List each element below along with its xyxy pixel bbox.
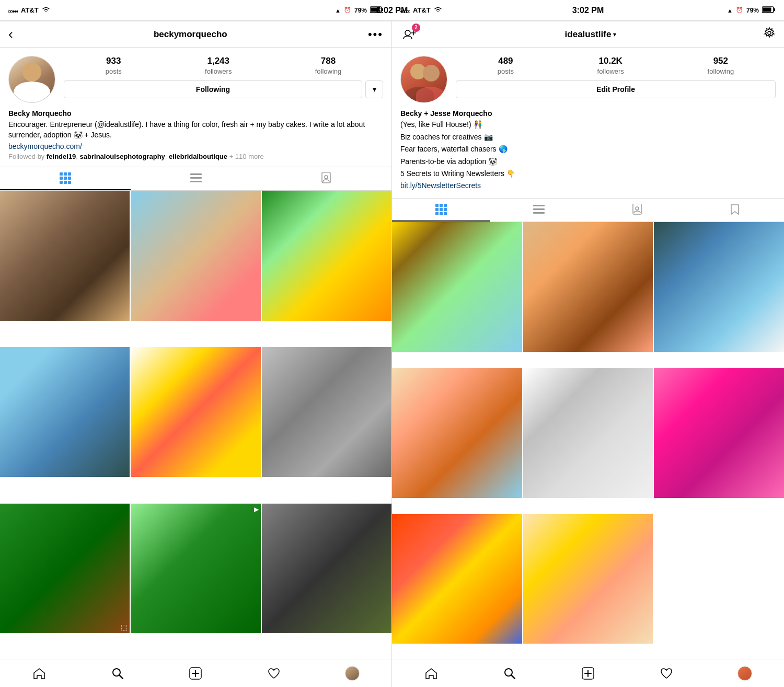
svg-rect-20 — [64, 177, 67, 180]
grid-photo-6-left[interactable] — [262, 347, 391, 476]
svg-rect-24 — [68, 181, 71, 184]
svg-rect-18 — [68, 172, 71, 176]
right-panel: 2 idealustlife ▾ — [392, 21, 784, 687]
right-avatar — [400, 56, 447, 103]
svg-point-9 — [402, 10, 405, 13]
right-profile-username: idealustlife — [565, 29, 612, 40]
grid-photo-7-right[interactable] — [392, 514, 522, 644]
tab-grid-right[interactable] — [392, 199, 490, 222]
svg-rect-25 — [190, 173, 202, 175]
svg-rect-45 — [435, 212, 439, 215]
left-following-label: following — [315, 67, 342, 75]
more-options-left[interactable]: ••• — [368, 28, 383, 41]
right-bottom-nav — [392, 659, 784, 687]
bottom-home-left[interactable] — [0, 659, 78, 687]
status-bar-right: AT&T 3:02 PM ▲ ⏰ 79% — [392, 0, 784, 21]
bottom-profile-right[interactable] — [706, 659, 784, 687]
bottom-home-right[interactable] — [392, 659, 470, 687]
right-posts-label: posts — [498, 67, 514, 75]
left-followers-label: followers — [205, 67, 232, 75]
right-bio-link[interactable]: bit.ly/5NewsletterSecrets — [400, 181, 776, 190]
grid-photo-2-right[interactable] — [523, 222, 653, 352]
bottom-search-right[interactable] — [470, 659, 549, 687]
right-nav-bar: 2 idealustlife ▾ — [392, 21, 784, 48]
avatar-body2 — [416, 87, 445, 102]
grid-photo-3-right[interactable] — [654, 222, 784, 352]
grid-photo-1-right[interactable] — [392, 222, 522, 352]
right-profile-header: 489 posts 10.2K followers 952 following … — [392, 48, 784, 109]
notification-badge: 2 — [412, 24, 420, 32]
carrier-right: AT&T — [413, 6, 431, 14]
left-stat-followers: 1,243 followers — [205, 56, 232, 75]
grid-photo-3-left[interactable] — [262, 191, 391, 320]
camera-overlay-icon: ⬚ — [121, 623, 128, 631]
right-photo-grid — [392, 222, 784, 659]
right-stats-area: 489 posts 10.2K followers 952 following … — [456, 56, 776, 98]
left-stats-row: 933 posts 1,243 followers 788 following — [64, 56, 383, 75]
grid-photo-4-right[interactable] — [392, 368, 522, 498]
svg-point-8 — [400, 10, 402, 13]
tab-list-left[interactable] — [131, 167, 261, 190]
location-icon-right: ▲ — [727, 7, 733, 14]
tab-grid-left[interactable] — [0, 167, 131, 190]
location-icon-left: ▲ — [335, 7, 341, 14]
grid-photo-5-left[interactable] — [131, 347, 260, 476]
battery-text-left: 79% — [354, 7, 367, 14]
grid-photo-5-right[interactable] — [523, 368, 653, 498]
right-stats-row: 489 posts 10.2K followers 952 following — [456, 56, 776, 75]
right-followers-count: 10.2K — [599, 56, 622, 66]
left-posts-count: 933 — [106, 56, 121, 66]
right-bio-line5: 5 Secrets to Writing Newsletters 👇 — [400, 169, 776, 179]
svg-rect-14 — [774, 8, 775, 11]
wifi-icon-right — [434, 6, 442, 14]
svg-point-10 — [405, 10, 407, 13]
left-nav-bar: ‹ beckymorquecho ••• — [0, 21, 391, 48]
follow-button-left[interactable]: Following — [64, 80, 362, 98]
grid-photo-7-left[interactable]: ⬚ — [0, 504, 130, 633]
right-bio-line4: Parents-to-be via adoption 🐼 — [400, 157, 776, 167]
left-bio-link[interactable]: beckymorquecho.com/ — [8, 142, 383, 150]
grid-photo-2-left[interactable] — [131, 191, 260, 320]
grid-photo-1-left[interactable] — [0, 191, 130, 320]
status-right-right: ▲ ⏰ 79% — [727, 6, 776, 15]
add-friend-button[interactable]: 2 — [400, 26, 418, 43]
bottom-heart-left[interactable] — [235, 659, 313, 687]
wifi-icon-left — [42, 6, 50, 14]
signal-dots-right — [400, 6, 410, 14]
left-avatar — [8, 56, 55, 103]
grid-photo-8-left[interactable]: ▶ — [131, 504, 260, 633]
svg-rect-41 — [444, 204, 447, 207]
grid-photo-6-right[interactable] — [654, 368, 784, 498]
follower-3[interactable]: ellebridalboutique — [169, 153, 227, 160]
settings-icon[interactable] — [763, 27, 776, 42]
right-profile-title-area: idealustlife ▾ — [565, 29, 617, 40]
status-left-info: AT&T — [8, 6, 50, 14]
svg-rect-47 — [444, 212, 447, 215]
svg-rect-21 — [68, 177, 71, 180]
bottom-add-left[interactable] — [157, 659, 235, 687]
svg-rect-26 — [190, 177, 202, 179]
tab-bookmark-right[interactable] — [686, 199, 785, 222]
bottom-profile-left[interactable] — [313, 659, 391, 687]
edit-profile-button[interactable]: Edit Profile — [456, 80, 776, 98]
svg-point-0 — [8, 10, 10, 13]
follower-2[interactable]: sabrinalouisephotography — [80, 153, 165, 160]
avatar-head — [22, 63, 41, 81]
bottom-search-left[interactable] — [78, 659, 157, 687]
back-button-left[interactable]: ‹ — [8, 26, 13, 42]
grid-photo-4-left[interactable] — [0, 347, 130, 476]
grid-photo-8-right[interactable] — [523, 514, 653, 644]
tab-tagged-left[interactable] — [261, 167, 391, 190]
status-center-right: 3:02 PM — [572, 6, 604, 15]
bottom-heart-right[interactable] — [627, 659, 706, 687]
title-dropdown-icon[interactable]: ▾ — [613, 31, 616, 38]
follower-1[interactable]: feindel19 — [47, 153, 76, 160]
grid-photo-9-left[interactable] — [262, 504, 391, 633]
left-followed-by: Followed by feindel19, sabrinalouisephot… — [8, 153, 383, 160]
follow-dropdown-left[interactable]: ▾ — [365, 80, 383, 98]
tab-list-right[interactable] — [490, 199, 589, 222]
bottom-add-right[interactable] — [549, 659, 627, 687]
svg-rect-27 — [190, 181, 202, 182]
tab-tagged-right[interactable] — [588, 199, 686, 222]
avatar-body — [14, 81, 50, 102]
